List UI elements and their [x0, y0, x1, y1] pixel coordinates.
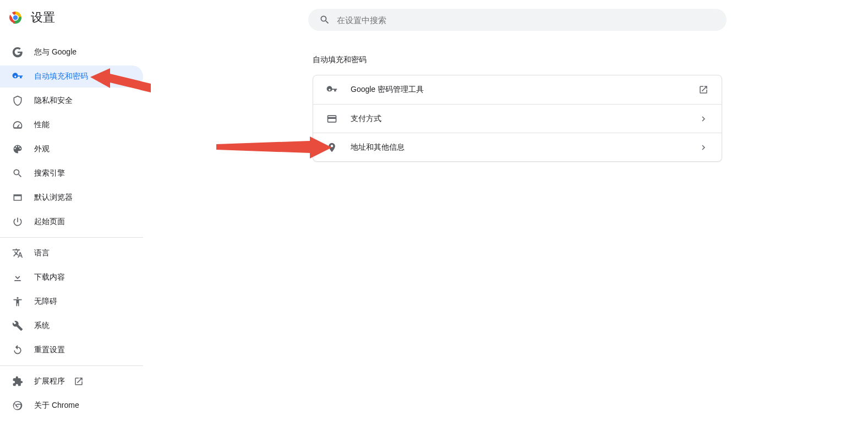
divider	[0, 237, 143, 238]
extension-icon	[12, 376, 23, 387]
sidebar-item-default-browser[interactable]: 默认浏览器	[0, 187, 143, 209]
page-title: 设置	[31, 9, 55, 26]
sidebar-item-label: 您与 Google	[34, 47, 77, 57]
sidebar-item-label: 无障碍	[34, 297, 57, 307]
search-icon	[12, 168, 23, 179]
search-container[interactable]	[308, 9, 727, 31]
sidebar-item-languages[interactable]: 语言	[0, 242, 143, 264]
chrome-outline-icon	[12, 400, 23, 411]
palette-icon	[12, 144, 23, 155]
sidebar-item-label: 外观	[34, 144, 50, 154]
sidebar-item-label: 扩展程序	[34, 376, 65, 386]
sidebar-item-label: 下载内容	[34, 272, 65, 282]
search-input[interactable]	[337, 15, 716, 25]
credit-card-icon	[326, 113, 337, 124]
reset-icon	[12, 344, 23, 356]
shield-icon	[12, 95, 23, 106]
sidebar-item-about[interactable]: 关于 Chrome	[0, 395, 143, 417]
accessibility-icon	[12, 296, 23, 307]
row-addresses[interactable]: 地址和其他信息	[313, 133, 722, 161]
sidebar-item-extensions[interactable]: 扩展程序	[0, 370, 143, 392]
external-link-icon	[74, 376, 84, 386]
row-label: 支付方式	[351, 114, 698, 124]
sidebar-item-performance[interactable]: 性能	[0, 114, 143, 136]
divider	[0, 365, 143, 366]
chrome-logo-icon	[9, 11, 22, 24]
row-payment-methods[interactable]: 支付方式	[313, 104, 722, 133]
sidebar-item-label: 隐私和安全	[34, 96, 73, 106]
external-link-icon	[698, 85, 708, 95]
sidebar-item-label: 重置设置	[34, 345, 65, 355]
row-password-manager[interactable]: Google 密码管理工具	[313, 75, 722, 104]
sidebar-item-you-and-google[interactable]: 您与 Google	[0, 41, 143, 63]
power-icon	[12, 216, 23, 227]
google-g-icon	[12, 47, 23, 58]
sidebar-item-label: 性能	[34, 120, 50, 130]
row-label: 地址和其他信息	[351, 143, 698, 152]
sidebar-item-reset[interactable]: 重置设置	[0, 339, 143, 361]
sidebar-item-label: 起始页面	[34, 217, 65, 227]
sidebar-item-accessibility[interactable]: 无障碍	[0, 291, 143, 313]
sidebar-item-label: 关于 Chrome	[34, 401, 79, 411]
sidebar-item-autofill[interactable]: 自动填充和密码	[0, 65, 143, 88]
key-icon	[12, 71, 23, 82]
search-icon	[319, 14, 330, 25]
sidebar-item-label: 搜索引擎	[34, 168, 65, 178]
sidebar-item-search-engine[interactable]: 搜索引擎	[0, 162, 143, 184]
sidebar-item-appearance[interactable]: 外观	[0, 138, 143, 160]
wrench-icon	[12, 320, 23, 331]
translate-icon	[12, 248, 23, 259]
section-title: 自动填充和密码	[313, 55, 722, 65]
browser-icon	[12, 192, 23, 203]
svg-point-1	[13, 15, 18, 20]
sidebar-item-label: 默认浏览器	[34, 193, 73, 203]
row-label: Google 密码管理工具	[351, 85, 698, 95]
sidebar-item-downloads[interactable]: 下载内容	[0, 266, 143, 288]
sidebar: 您与 Google 自动填充和密码 隐私和安全 性能 外观 搜索引擎 默认浏览器…	[0, 41, 143, 419]
location-icon	[326, 142, 337, 153]
sidebar-item-privacy[interactable]: 隐私和安全	[0, 90, 143, 112]
sidebar-item-label: 自动填充和密码	[34, 72, 88, 81]
sidebar-item-label: 系统	[34, 321, 50, 331]
sidebar-item-label: 语言	[34, 248, 50, 258]
sidebar-item-on-startup[interactable]: 起始页面	[0, 211, 143, 233]
sidebar-item-system[interactable]: 系统	[0, 315, 143, 337]
chevron-right-icon	[698, 114, 708, 124]
speedometer-icon	[12, 119, 23, 130]
download-icon	[12, 272, 23, 283]
key-icon	[326, 84, 337, 95]
chevron-right-icon	[698, 143, 708, 152]
settings-card: Google 密码管理工具 支付方式 地址和其他信息	[313, 75, 722, 162]
